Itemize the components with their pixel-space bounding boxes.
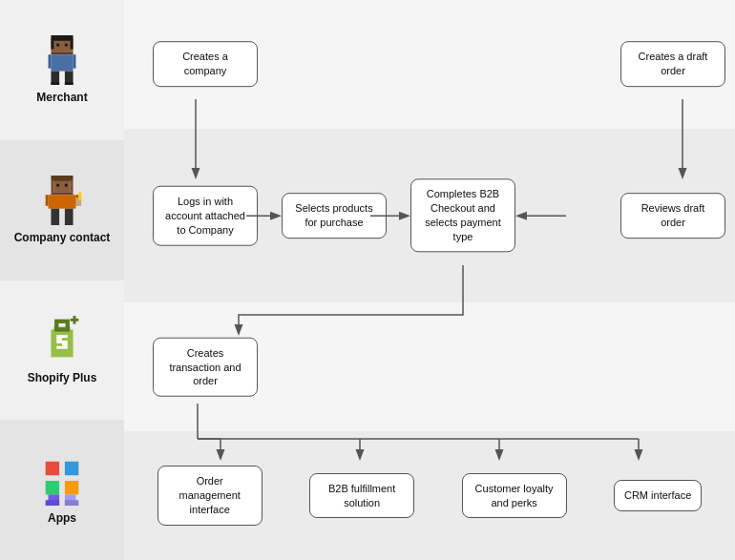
svg-rect-28 [65, 209, 74, 225]
shopify-plus-label: Shopify Plus [28, 371, 97, 384]
svg-rect-26 [78, 192, 81, 200]
completes-b2b-box: Completes B2B Checkout and selects payme… [410, 178, 515, 252]
shopify-row: Creates transaction and order [124, 302, 735, 431]
svg-rect-34 [56, 341, 68, 343]
svg-rect-9 [49, 55, 52, 69]
svg-rect-7 [65, 44, 68, 47]
b2b-fulfillment-box: B2B fulfillment solution [309, 473, 414, 519]
flow-diagram: Creates a company Creates a draft order … [124, 0, 735, 560]
svg-rect-8 [51, 55, 73, 72]
svg-rect-20 [65, 184, 68, 187]
svg-rect-17 [71, 181, 74, 193]
svg-rect-40 [65, 461, 78, 474]
svg-rect-5 [71, 41, 74, 50]
svg-rect-27 [51, 209, 59, 225]
svg-rect-13 [51, 82, 59, 85]
svg-rect-2 [51, 52, 73, 55]
svg-rect-21 [51, 192, 73, 195]
company-contact-label: Company contact [14, 231, 111, 244]
logs-in-box: Logs in with account attached to Company [153, 186, 258, 246]
svg-rect-32 [56, 335, 68, 338]
crm-interface-box: CRM interface [614, 480, 702, 511]
svg-rect-46 [65, 500, 78, 506]
company-contact-icon [42, 176, 82, 225]
actors-column: Merchant [0, 0, 124, 560]
order-mgmt-box: Order management interface [158, 466, 262, 526]
creates-transaction-box: Creates transaction and order [153, 337, 258, 397]
svg-rect-39 [46, 461, 59, 474]
svg-rect-36 [56, 346, 68, 349]
svg-rect-23 [46, 195, 49, 206]
actor-shopify-plus: Shopify Plus [0, 280, 124, 421]
creates-draft-order-box: Creates a draft order [620, 42, 725, 88]
svg-rect-33 [56, 338, 62, 341]
shopify-plus-icon [42, 316, 82, 365]
customer-loyalty-box: Customer loyalty and perks [462, 473, 567, 519]
svg-rect-42 [65, 481, 78, 494]
actor-merchant: Merchant [0, 0, 124, 140]
svg-rect-41 [46, 481, 59, 494]
merchant-label: Merchant [36, 91, 87, 104]
svg-rect-31 [56, 321, 68, 330]
svg-rect-6 [56, 44, 59, 47]
contact-row: Logs in with account attached to Company… [124, 129, 735, 302]
creates-company-box: Creates a company [153, 42, 258, 88]
svg-rect-18 [51, 176, 73, 181]
svg-rect-19 [56, 184, 59, 187]
svg-rect-3 [51, 35, 73, 41]
actor-company-contact: Company contact [0, 140, 124, 280]
svg-rect-10 [74, 55, 76, 69]
svg-rect-16 [51, 181, 53, 193]
reviews-draft-box: Reviews draft order [620, 193, 725, 239]
svg-rect-38 [74, 316, 76, 324]
diagram-container: Merchant [0, 0, 735, 560]
svg-rect-45 [46, 500, 59, 506]
svg-rect-14 [65, 82, 74, 85]
apps-label: Apps [48, 511, 76, 525]
apps-row: Order management interface B2B fulfillme… [124, 431, 735, 560]
svg-rect-35 [62, 343, 68, 346]
actor-apps: Apps [0, 420, 124, 560]
svg-rect-4 [51, 41, 53, 50]
merchant-row: Creates a company Creates a draft order [124, 0, 735, 129]
merchant-icon [42, 35, 82, 85]
apps-icon [42, 456, 82, 506]
selects-products-box: Selects products for purchase [282, 193, 387, 239]
svg-rect-22 [49, 195, 76, 208]
